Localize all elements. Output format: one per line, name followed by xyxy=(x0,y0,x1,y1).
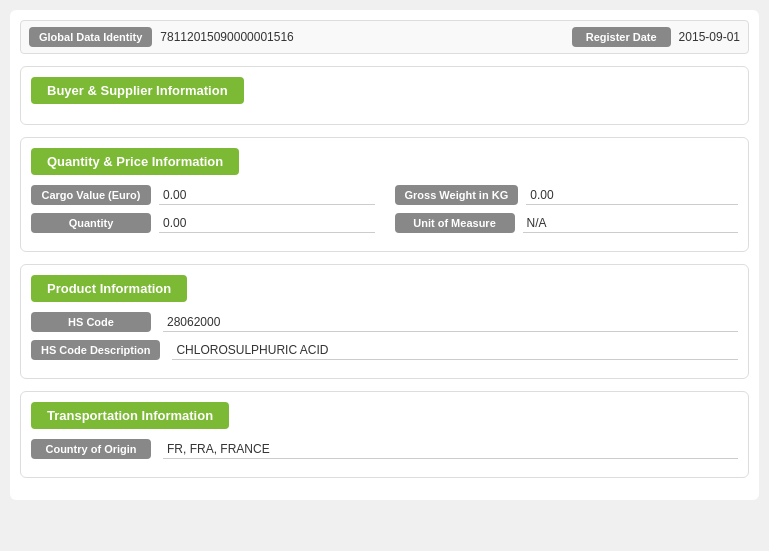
gross-weight-group: Gross Weight in KG 0.00 xyxy=(395,185,739,205)
country-of-origin-row: Country of Origin FR, FRA, FRANCE xyxy=(31,439,738,459)
buyer-supplier-header: Buyer & Supplier Information xyxy=(31,77,244,104)
quantity-price-section: Quantity & Price Information Cargo Value… xyxy=(20,137,749,252)
cargo-value-label: Cargo Value (Euro) xyxy=(31,185,151,205)
hs-code-desc-row: HS Code Description CHLOROSULPHURIC ACID xyxy=(31,340,738,360)
global-data-identity-group: Global Data Identity 7811201509000000151… xyxy=(29,27,562,47)
gross-weight-value: 0.00 xyxy=(526,186,738,205)
quantity-uom-row: Quantity 0.00 Unit of Measure N/A xyxy=(31,213,738,233)
hs-code-desc-label: HS Code Description xyxy=(31,340,160,360)
register-date-value: 2015-09-01 xyxy=(679,30,740,44)
cargo-value-group: Cargo Value (Euro) 0.00 xyxy=(31,185,375,205)
unit-of-measure-label: Unit of Measure xyxy=(395,213,515,233)
global-data-identity-value: 78112015090000001516 xyxy=(160,30,561,44)
top-bar: Global Data Identity 7811201509000000151… xyxy=(20,20,749,54)
hs-code-value: 28062000 xyxy=(163,313,738,332)
country-of-origin-label: Country of Origin xyxy=(31,439,151,459)
main-container: Global Data Identity 7811201509000000151… xyxy=(10,10,759,500)
quantity-price-header: Quantity & Price Information xyxy=(31,148,239,175)
cargo-gross-row: Cargo Value (Euro) 0.00 Gross Weight in … xyxy=(31,185,738,205)
quantity-value: 0.00 xyxy=(159,214,375,233)
hs-code-label: HS Code xyxy=(31,312,151,332)
transportation-section: Transportation Information Country of Or… xyxy=(20,391,749,478)
hs-code-desc-value: CHLOROSULPHURIC ACID xyxy=(172,341,738,360)
register-date-label: Register Date xyxy=(572,27,671,47)
register-date-group: Register Date 2015-09-01 xyxy=(572,27,740,47)
product-header: Product Information xyxy=(31,275,187,302)
transportation-header: Transportation Information xyxy=(31,402,229,429)
unit-of-measure-value: N/A xyxy=(523,214,739,233)
product-section: Product Information HS Code 28062000 HS … xyxy=(20,264,749,379)
unit-of-measure-group: Unit of Measure N/A xyxy=(395,213,739,233)
country-of-origin-value: FR, FRA, FRANCE xyxy=(163,440,738,459)
gross-weight-label: Gross Weight in KG xyxy=(395,185,519,205)
hs-code-row: HS Code 28062000 xyxy=(31,312,738,332)
cargo-value-value: 0.00 xyxy=(159,186,375,205)
quantity-label: Quantity xyxy=(31,213,151,233)
buyer-supplier-section: Buyer & Supplier Information xyxy=(20,66,749,125)
global-data-identity-label: Global Data Identity xyxy=(29,27,152,47)
quantity-group: Quantity 0.00 xyxy=(31,213,375,233)
